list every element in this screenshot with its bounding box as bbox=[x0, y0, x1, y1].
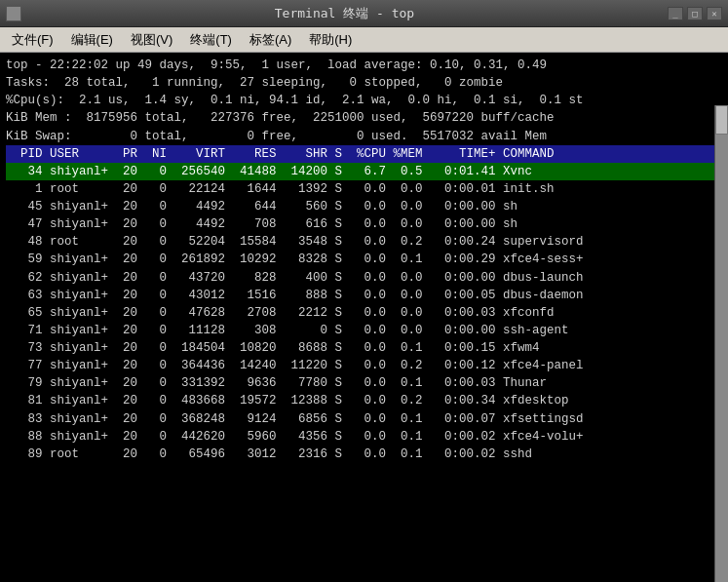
terminal-line: 73 shiyanl+ 20 0 184504 10820 8688 S 0.0… bbox=[6, 339, 722, 357]
menu-item[interactable]: 终端(T) bbox=[182, 29, 240, 51]
menu-item[interactable]: 标签(A) bbox=[242, 29, 299, 51]
window-controls: _ □ ✕ bbox=[668, 7, 722, 20]
terminal-line: 65 shiyanl+ 20 0 47628 2708 2212 S 0.0 0… bbox=[6, 304, 722, 322]
window-title: Terminal 终端 - top bbox=[21, 5, 668, 22]
maximize-button[interactable]: □ bbox=[687, 7, 703, 20]
terminal-line: 89 root 20 0 65496 3012 2316 S 0.0 0.1 0… bbox=[6, 446, 722, 463]
terminal-line: 1 root 20 0 22124 1644 1392 S 0.0 0.0 0:… bbox=[6, 180, 722, 198]
terminal-line: 88 shiyanl+ 20 0 442620 5960 4356 S 0.0 … bbox=[6, 428, 722, 446]
terminal-line: 62 shiyanl+ 20 0 43720 828 400 S 0.0 0.0… bbox=[6, 269, 722, 287]
terminal-line: 79 shiyanl+ 20 0 331392 9636 7780 S 0.0 … bbox=[6, 374, 722, 392]
terminal-line: 45 shiyanl+ 20 0 4492 644 560 S 0.0 0.0 … bbox=[6, 198, 722, 215]
terminal-wrapper: top - 22:22:02 up 49 days, 9:55, 1 user,… bbox=[0, 53, 728, 582]
menu-item[interactable]: 视图(V) bbox=[123, 29, 180, 51]
menu-item[interactable]: 编辑(E) bbox=[63, 29, 121, 51]
app-icon bbox=[6, 6, 21, 21]
terminal-line: 83 shiyanl+ 20 0 368248 9124 6856 S 0.0 … bbox=[6, 410, 722, 428]
terminal-line: KiB Mem : 8175956 total, 227376 free, 22… bbox=[6, 109, 722, 127]
close-button[interactable]: ✕ bbox=[707, 7, 722, 20]
terminal-line: %Cpu(s): 2.1 us, 1.4 sy, 0.1 ni, 94.1 id… bbox=[6, 92, 722, 109]
terminal-line: 34 shiyanl+ 20 0 256540 41488 14200 S 6.… bbox=[6, 163, 722, 180]
terminal-line: 63 shiyanl+ 20 0 43012 1516 888 S 0.0 0.… bbox=[6, 287, 722, 304]
minimize-button[interactable]: _ bbox=[668, 7, 683, 20]
terminal-line: 59 shiyanl+ 20 0 261892 10292 8328 S 0.0… bbox=[6, 251, 722, 268]
terminal-line: 77 shiyanl+ 20 0 364436 14240 11220 S 0.… bbox=[6, 357, 722, 374]
terminal-line: top - 22:22:02 up 49 days, 9:55, 1 user,… bbox=[6, 57, 722, 74]
terminal-line: 47 shiyanl+ 20 0 4492 708 616 S 0.0 0.0 … bbox=[6, 215, 722, 233]
scrollbar[interactable] bbox=[714, 105, 728, 582]
terminal-line: 81 shiyanl+ 20 0 483668 19572 12388 S 0.… bbox=[6, 392, 722, 409]
terminal-line: 71 shiyanl+ 20 0 11128 308 0 S 0.0 0.0 0… bbox=[6, 322, 722, 339]
menu-bar: 文件(F)编辑(E)视图(V)终端(T)标签(A)帮助(H) bbox=[0, 27, 728, 53]
terminal-line: 48 root 20 0 52204 15584 3548 S 0.0 0.2 … bbox=[6, 233, 722, 251]
title-bar-left bbox=[6, 6, 21, 21]
menu-item[interactable]: 帮助(H) bbox=[301, 29, 360, 51]
scrollbar-thumb[interactable] bbox=[715, 105, 728, 135]
terminal-line: Tasks: 28 total, 1 running, 27 sleeping,… bbox=[6, 74, 722, 92]
terminal[interactable]: top - 22:22:02 up 49 days, 9:55, 1 user,… bbox=[0, 53, 728, 582]
menu-item[interactable]: 文件(F) bbox=[4, 29, 61, 51]
terminal-line: KiB Swap: 0 total, 0 free, 0 used. 55170… bbox=[6, 128, 722, 145]
terminal-line: PID USER PR NI VIRT RES SHR S %CPU %MEM … bbox=[6, 145, 722, 163]
title-bar: Terminal 终端 - top _ □ ✕ bbox=[0, 0, 728, 27]
